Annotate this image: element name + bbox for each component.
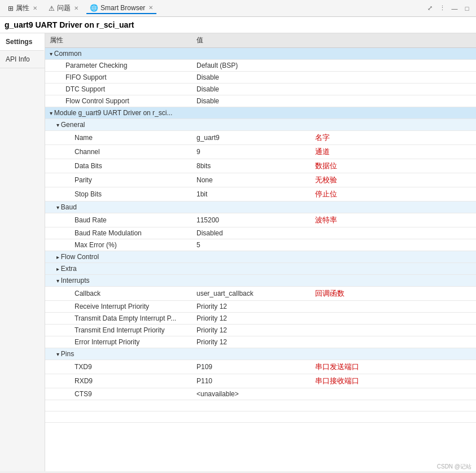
sidebar: Settings API Info (0, 33, 45, 471)
note-baudmod (305, 227, 476, 239)
section-flowcontrol-label: Flow Control (45, 251, 476, 263)
table-row[interactable]: Receive Interrupt Priority Priority 12 (45, 301, 476, 313)
section-pins[interactable]: Pins (45, 348, 476, 360)
property-table: 属性 值 Common Parameter Checking Default (… (45, 33, 476, 423)
external-link-button[interactable]: ⤢ (425, 4, 434, 13)
prop-maxerr: Max Error (%) (45, 239, 192, 251)
section-interrupts-label: Interrupts (45, 275, 476, 287)
window-controls: ⤢ ⋮ — □ (425, 4, 471, 13)
section-general[interactable]: General (45, 119, 476, 131)
note-txendprio (305, 325, 476, 336)
prop-callback: Callback (45, 287, 192, 301)
note-txemptyprio (305, 313, 476, 325)
minimize-button[interactable]: — (450, 4, 459, 13)
note-cts9 (305, 388, 476, 400)
table-row[interactable]: Name g_uart9 名字 (45, 131, 476, 145)
prop-baudrate: Baud Rate (45, 213, 192, 227)
prop-fifo: FIFO Support (45, 72, 192, 84)
empty-row (45, 400, 476, 411)
col-header-val: 值 (192, 33, 305, 48)
table-row[interactable]: FIFO Support Disable (45, 72, 476, 84)
section-interrupts[interactable]: Interrupts (45, 275, 476, 287)
prop-stopbits: Stop Bits (45, 187, 192, 202)
section-general-label: General (45, 119, 476, 131)
more-button[interactable]: ⋮ (438, 4, 447, 13)
note-dtc (305, 84, 476, 95)
table-row[interactable]: Flow Control Support Disable (45, 95, 476, 107)
title-tabs: ⊞ 属性 ✕ ⚠ 问题 ✕ 🌐 Smart Browser ✕ (5, 2, 421, 14)
val-baudmod: Disabled (192, 227, 305, 239)
val-stopbits: 1bit (192, 187, 305, 202)
prop-rxprio: Receive Interrupt Priority (45, 301, 192, 313)
note-callback: 回调函数 (305, 287, 476, 301)
section-extra[interactable]: Extra (45, 263, 476, 275)
table-row[interactable]: Max Error (%) 5 (45, 239, 476, 251)
prop-txd9: TXD9 (45, 360, 192, 374)
section-common-label: Common (45, 48, 476, 60)
tab-smartbrowser[interactable]: 🌐 Smart Browser ✕ (86, 3, 156, 14)
section-module[interactable]: Module g_uart9 UART Driver on r_sci... (45, 107, 476, 119)
tab-problems[interactable]: ⚠ 问题 ✕ (45, 2, 82, 14)
section-baud[interactable]: Baud (45, 202, 476, 213)
note-parameter-checking (305, 60, 476, 72)
sidebar-apiinfo-label: API Info (6, 55, 30, 63)
val-cts9: <unavailable> (192, 388, 305, 400)
table-row[interactable]: Transmit End Interrupt Priority Priority… (45, 325, 476, 336)
table-row[interactable]: Error Interrupt Priority Priority 12 (45, 336, 476, 348)
sidebar-item-apiinfo[interactable]: API Info (0, 51, 45, 68)
val-fifo: Disable (192, 72, 305, 84)
note-name: 名字 (305, 131, 476, 145)
close-tab-icon2[interactable]: ✕ (74, 5, 78, 11)
table-row[interactable]: Parameter Checking Default (BSP) (45, 60, 476, 72)
tab-problems-label: 问题 (57, 3, 71, 13)
tab-properties[interactable]: ⊞ 属性 ✕ (5, 2, 41, 14)
close-tab-icon[interactable]: ✕ (33, 5, 37, 11)
main-layout: Settings API Info 属性 值 (0, 33, 476, 471)
section-common[interactable]: Common (45, 48, 476, 60)
val-name: g_uart9 (192, 131, 305, 145)
sidebar-settings-label: Settings (6, 38, 32, 46)
table-row[interactable]: TXD9 P109 串口发送端口 (45, 360, 476, 374)
note-rxd9: 串口接收端口 (305, 374, 476, 388)
prop-name: Name (45, 131, 192, 145)
val-rxd9: P110 (192, 374, 305, 388)
val-dtc: Disable (192, 84, 305, 95)
table-row[interactable]: CTS9 <unavailable> (45, 388, 476, 400)
table-row[interactable]: Baud Rate 115200 波特率 (45, 213, 476, 227)
val-databits: 8bits (192, 159, 305, 173)
note-txd9: 串口发送端口 (305, 360, 476, 374)
val-rxprio: Priority 12 (192, 301, 305, 313)
close-tab-icon3[interactable]: ✕ (149, 5, 153, 11)
table-row[interactable]: Data Bits 8bits 数据位 (45, 159, 476, 173)
sidebar-item-settings[interactable]: Settings (0, 33, 45, 51)
note-rxprio (305, 301, 476, 313)
section-flowcontrol[interactable]: Flow Control (45, 251, 476, 263)
prop-rxd9: RXD9 (45, 374, 192, 388)
note-databits: 数据位 (305, 159, 476, 173)
content-area: 属性 值 Common Parameter Checking Default (… (45, 33, 476, 471)
val-txd9: P109 (192, 360, 305, 374)
table-row[interactable]: Stop Bits 1bit 停止位 (45, 187, 476, 202)
table-row[interactable]: Callback user_uart_callback 回调函数 (45, 287, 476, 301)
table-row[interactable]: RXD9 P110 串口接收端口 (45, 374, 476, 388)
maximize-button[interactable]: □ (462, 4, 471, 13)
table-row[interactable]: Baud Rate Modulation Disabled (45, 227, 476, 239)
val-callback: user_uart_callback (192, 287, 305, 301)
prop-baudmod: Baud Rate Modulation (45, 227, 192, 239)
section-baud-label: Baud (45, 202, 476, 213)
table-row[interactable]: Transmit Data Empty Interrupt P... Prior… (45, 313, 476, 325)
table-row[interactable]: Parity None 无校验 (45, 173, 476, 187)
problems-icon: ⚠ (49, 5, 55, 12)
browser-icon: 🌐 (90, 4, 98, 12)
prop-channel: Channel (45, 145, 192, 159)
table-row[interactable]: Channel 9 通道 (45, 145, 476, 159)
prop-flowctrl: Flow Control Support (45, 95, 192, 107)
note-channel: 通道 (305, 145, 476, 159)
table-row[interactable]: DTC Support Disable (45, 84, 476, 95)
prop-databits: Data Bits (45, 159, 192, 173)
prop-txemptyprio: Transmit Data Empty Interrupt P... (45, 313, 192, 325)
tab-properties-label: 属性 (16, 3, 29, 13)
prop-parity: Parity (45, 173, 192, 187)
properties-icon: ⊞ (8, 5, 14, 12)
note-baudrate: 波特率 (305, 213, 476, 227)
